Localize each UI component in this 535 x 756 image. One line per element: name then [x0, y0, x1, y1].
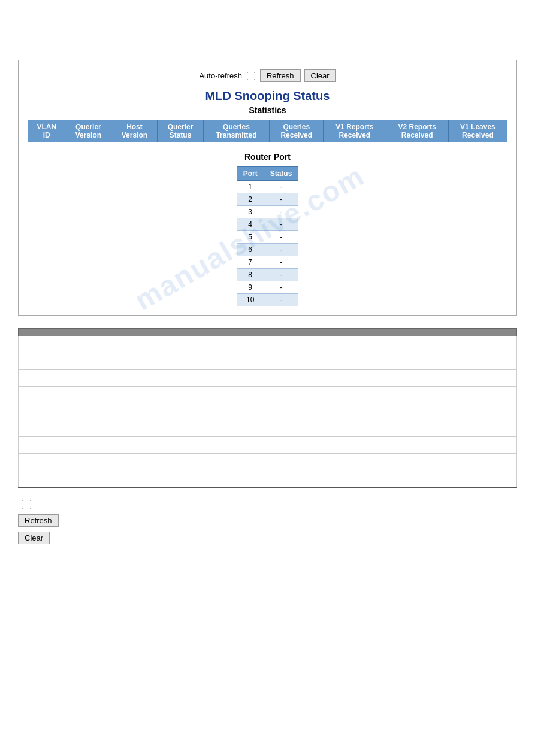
bottom-clear-button[interactable]: Clear [18, 532, 50, 544]
router-port-table: Port Status 1-2-3-4-5-6-7-8-9-10- [237, 166, 299, 306]
bottom-row-col2 [183, 420, 516, 437]
col-host-version: HostVersion [111, 120, 158, 142]
col-v1-leaves-received: V1 LeavesReceived [448, 120, 507, 142]
router-status-col: Status [264, 167, 298, 181]
router-port-num: 5 [237, 231, 264, 244]
router-port-status: - [264, 218, 298, 231]
bottom-refresh-button[interactable]: Refresh [18, 514, 59, 527]
bottom-col1-header [19, 329, 183, 336]
bottom-row-col2 [183, 353, 516, 370]
router-port-status: - [264, 231, 298, 244]
router-port-status: - [264, 244, 298, 256]
router-port-num: 6 [237, 244, 264, 256]
router-port-num: 3 [237, 206, 264, 218]
col-v1-reports-received: V1 ReportsReceived [324, 120, 386, 142]
router-port-num: 8 [237, 269, 264, 281]
col-queries-received: QueriesReceived [270, 120, 324, 142]
auto-refresh-label: Auto-refresh [199, 71, 242, 80]
router-port-num: 9 [237, 281, 264, 294]
bottom-row-col2 [183, 437, 516, 454]
bottom-row-col1 [19, 387, 183, 403]
bottom-row-col2 [183, 370, 516, 387]
router-port-num: 7 [237, 256, 264, 269]
bottom-row-col2 [183, 470, 516, 487]
bottom-row-col1 [19, 336, 183, 353]
router-port-status: - [264, 269, 298, 281]
router-port-status: - [264, 181, 298, 193]
router-port-num: 10 [237, 294, 264, 306]
router-port-status: - [264, 256, 298, 269]
router-port-num: 1 [237, 181, 264, 193]
bottom-controls: Refresh Clear [18, 500, 517, 544]
bottom-table [18, 328, 517, 488]
bottom-row-col1 [19, 454, 183, 470]
bottom-row-col1 [19, 437, 183, 454]
refresh-button[interactable]: Refresh [260, 69, 301, 82]
bottom-row-col2 [183, 454, 516, 470]
bottom-row-col1 [19, 353, 183, 370]
router-port-num: 4 [237, 218, 264, 231]
router-port-status: - [264, 281, 298, 294]
bottom-auto-refresh-checkbox[interactable] [22, 500, 31, 509]
col-querier-status: QuerierStatus [158, 120, 203, 142]
bottom-row-col2 [183, 387, 516, 403]
section-title: Statistics [28, 105, 507, 115]
bottom-col2-header [183, 329, 516, 336]
bottom-row-col1 [19, 370, 183, 387]
bottom-section [18, 328, 517, 488]
auto-refresh-checkbox[interactable] [247, 72, 255, 80]
toolbar: Auto-refresh Refresh Clear [28, 69, 507, 82]
bottom-row-col1 [19, 403, 183, 420]
bottom-row-col1 [19, 420, 183, 437]
col-v2-reports-received: V2 ReportsReceived [386, 120, 448, 142]
main-panel: Auto-refresh Refresh Clear MLD Snooping … [18, 60, 517, 316]
router-port-status: - [264, 193, 298, 206]
col-queries-transmitted: QueriesTransmitted [203, 120, 270, 142]
router-port-status: - [264, 294, 298, 306]
page-title: MLD Snooping Status [28, 89, 507, 103]
bottom-checkbox-row [22, 500, 31, 509]
router-port-status: - [264, 206, 298, 218]
statistics-table: VLANID QuerierVersion HostVersion Querie… [28, 120, 507, 142]
router-port-col: Port [237, 167, 264, 181]
bottom-row-col1 [19, 470, 183, 487]
bottom-row-col2 [183, 403, 516, 420]
bottom-row-col2 [183, 336, 516, 353]
clear-button[interactable]: Clear [304, 69, 336, 82]
router-port-title: Router Port [28, 152, 507, 162]
router-port-num: 2 [237, 193, 264, 206]
col-querier-version: QuerierVersion [65, 120, 111, 142]
router-port-container: Port Status 1-2-3-4-5-6-7-8-9-10- [28, 166, 507, 306]
col-vlan-id: VLANID [28, 120, 65, 142]
